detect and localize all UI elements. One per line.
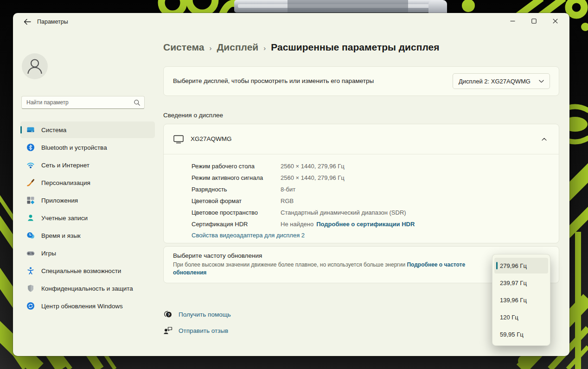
- minimize-icon: [510, 19, 515, 24]
- sidebar-item-label: Приложения: [41, 197, 78, 204]
- sidebar-item-privacy[interactable]: Конфиденциальность и защита: [20, 280, 155, 297]
- back-arrow-icon: [24, 19, 31, 25]
- user-icon: [22, 53, 48, 79]
- sidebar-item-label: Конфиденциальность и защита: [41, 285, 133, 292]
- select-display-label: Выберите дисплей, чтобы просмотреть или …: [173, 67, 374, 95]
- sidebar-item-label: Специальные возможности: [41, 267, 121, 274]
- sidebar-item-label: Время и язык: [41, 232, 81, 239]
- accessibility-icon: [26, 267, 35, 275]
- get-help-icon: ?: [163, 310, 173, 319]
- sidebar-item-network[interactable]: Сеть и Интернет: [20, 157, 155, 173]
- info-row-bit-depth: Разрядность 8-бит: [192, 184, 548, 195]
- close-icon: [553, 19, 558, 24]
- breadcrumb-display[interactable]: Дисплей: [217, 42, 258, 53]
- desktop: Параметры: [0, 0, 588, 369]
- breadcrumb-separator: ›: [209, 43, 211, 52]
- time-language-icon: [26, 231, 35, 240]
- breadcrumb-system[interactable]: Система: [163, 42, 204, 53]
- system-icon: [26, 126, 35, 134]
- sidebar-item-time-language[interactable]: Время и язык: [20, 227, 155, 244]
- personalization-icon: [26, 178, 35, 187]
- info-row-active-signal: Режим активного сигнала 2560 × 1440, 279…: [192, 172, 548, 184]
- display-select-value: Дисплей 2: XG27AQWMG: [459, 78, 530, 85]
- search-box: [21, 96, 145, 109]
- sidebar-item-personalization[interactable]: Персонализация: [20, 174, 155, 191]
- display-select-dropdown[interactable]: Дисплей 2: XG27AQWMG: [453, 73, 550, 89]
- sidebar-item-label: Сеть и Интернет: [41, 162, 89, 169]
- get-help-link[interactable]: ? Получить помощь: [163, 310, 231, 319]
- refresh-rate-option-59[interactable]: 59,95 Гц: [494, 326, 548, 342]
- send-feedback-link[interactable]: Отправить отзыв: [163, 326, 228, 335]
- sidebar: Система Bluetooth и устройства Сеть и Ин…: [13, 30, 162, 356]
- sidebar-item-accounts[interactable]: Учетные записи: [20, 210, 155, 226]
- apps-icon: [26, 196, 35, 205]
- selection-indicator: [496, 262, 498, 269]
- selection-indicator: [20, 126, 22, 134]
- info-row-desktop-mode: Режим рабочего стола 2560 × 1440, 279,96…: [192, 160, 548, 172]
- gaming-icon: [26, 249, 35, 258]
- device-name: XG27AQWMG: [191, 124, 232, 154]
- info-row-color-format: Цветовой формат RGB: [192, 195, 548, 207]
- refresh-rate-flyout: 279,96 Гц 239,97 Гц 139,96 Гц 120 Гц 59,…: [492, 254, 550, 346]
- sidebar-nav: Система Bluetooth и устройства Сеть и Ин…: [20, 121, 155, 315]
- avatar: [22, 53, 48, 79]
- maximize-button[interactable]: [523, 13, 544, 29]
- sidebar-item-accessibility[interactable]: Специальные возможности: [20, 262, 155, 279]
- refresh-rate-option-279[interactable]: 279,96 Гц: [494, 258, 548, 274]
- refresh-rate-description: При более высоком значении движение боле…: [173, 261, 473, 277]
- display-info-section-title: Сведения о дисплее: [163, 112, 223, 119]
- svg-text:?: ?: [167, 312, 170, 317]
- refresh-rate-title: Выберите частоту обновления: [173, 252, 262, 259]
- sidebar-item-label: Bluetooth и устройства: [41, 144, 107, 151]
- collapse-button[interactable]: [537, 132, 551, 146]
- sidebar-item-label: Персонализация: [41, 179, 90, 186]
- hdr-certification-link[interactable]: Подробнее о сертификации HDR: [316, 221, 415, 228]
- select-display-card: Выберите дисплей, чтобы просмотреть или …: [163, 66, 559, 96]
- refresh-rate-option-139[interactable]: 139,96 Гц: [494, 292, 548, 308]
- privacy-icon: [26, 284, 35, 293]
- sidebar-item-label: Игры: [41, 250, 56, 257]
- sidebar-item-bluetooth[interactable]: Bluetooth и устройства: [20, 139, 155, 156]
- network-icon: [26, 161, 35, 170]
- chevron-up-icon: [542, 138, 547, 141]
- maximize-icon: [531, 19, 537, 24]
- window-controls: [502, 13, 566, 29]
- chevron-down-icon: [539, 80, 544, 83]
- titlebar: Параметры: [13, 13, 569, 30]
- close-button[interactable]: [544, 13, 566, 29]
- refresh-rate-option-239[interactable]: 239,97 Гц: [494, 275, 548, 291]
- refresh-rate-option-120[interactable]: 120 Гц: [494, 309, 548, 325]
- sidebar-item-label: Центр обновления Windows: [41, 303, 123, 310]
- sidebar-item-label: Учетные записи: [41, 215, 88, 222]
- accounts-icon: [26, 214, 35, 223]
- sidebar-item-system[interactable]: Система: [20, 121, 155, 138]
- display-info-card: XG27AQWMG Режим рабочего стола 2560 × 14…: [163, 124, 559, 243]
- display-info-rows: Режим рабочего стола 2560 × 1440, 279,96…: [192, 160, 548, 230]
- breadcrumb: Система › Дисплей › Расширенные параметр…: [163, 42, 439, 53]
- monitor-icon: [173, 134, 184, 144]
- feedback-icon: [163, 326, 173, 335]
- search-input[interactable]: [26, 96, 131, 108]
- search-icon: [134, 99, 141, 106]
- sidebar-item-windows-update[interactable]: Центр обновления Windows: [20, 298, 155, 314]
- bluetooth-icon: [26, 143, 35, 152]
- minimize-button[interactable]: [502, 13, 523, 29]
- divider: [164, 154, 559, 154]
- sidebar-item-gaming[interactable]: Игры: [20, 245, 155, 261]
- back-button[interactable]: [19, 16, 35, 28]
- display-info-header[interactable]: XG27AQWMG: [164, 124, 559, 154]
- settings-window: Параметры: [13, 13, 569, 356]
- sidebar-item-label: Система: [41, 127, 66, 134]
- windows-update-icon: [26, 302, 35, 311]
- info-row-hdr-certification: Сертификация HDR Не найдено Подробнее о …: [192, 218, 548, 230]
- sidebar-item-apps[interactable]: Приложения: [20, 192, 155, 209]
- breadcrumb-separator: ›: [263, 43, 266, 52]
- page-title: Расширенные параметры дисплея: [271, 42, 439, 53]
- app-title: Параметры: [37, 13, 68, 31]
- video-adapter-link[interactable]: Свойства видеоадаптера для дисплея 2: [192, 232, 305, 239]
- info-row-color-space: Цветовое пространство Стандартный динами…: [192, 207, 548, 218]
